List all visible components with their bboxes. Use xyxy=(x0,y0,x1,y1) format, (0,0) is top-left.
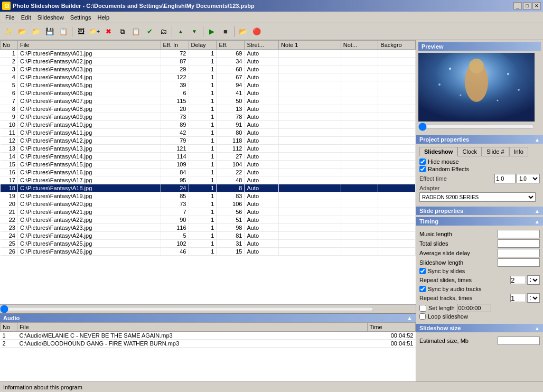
project-properties-collapse[interactable]: ▲ xyxy=(535,137,540,143)
table-row[interactable]: 17 C:\Pictures\Fantasy\A17.jpg 95 1 48 A… xyxy=(1,176,416,184)
table-row[interactable]: 11 C:\Pictures\Fantasy\A11.jpg 42 1 80 A… xyxy=(1,129,416,137)
table-row[interactable]: 16 C:\Pictures\Fantasy\A16.jpg 84 1 22 A… xyxy=(1,169,416,176)
menu-settings[interactable]: Settings xyxy=(67,13,95,22)
music-length-input[interactable] xyxy=(498,230,540,238)
minimize-button[interactable]: _ xyxy=(513,2,522,10)
tab-slideshow[interactable]: Slideshow xyxy=(419,147,457,156)
cell-note1 xyxy=(279,184,341,192)
hscroll[interactable] xyxy=(0,304,416,313)
slideshow-length-input[interactable] xyxy=(498,258,540,267)
table-row[interactable]: 20 C:\Pictures\Fantasy\A20.jpg 73 1 106 … xyxy=(1,200,416,208)
preview-slider[interactable] xyxy=(418,123,535,131)
table-row[interactable]: 12 C:\Pictures\Fantasy\A12.jpg 79 1 118 … xyxy=(1,137,416,145)
move-down-button[interactable]: ▼ xyxy=(188,25,201,38)
cell-not xyxy=(341,66,378,73)
table-row[interactable]: 26 C:\Pictures\Fantasy\A26.jpg 46 1 15 A… xyxy=(1,248,416,256)
slide-properties-collapse[interactable]: ▲ xyxy=(535,208,540,214)
repeat-tracks-select[interactable]: 1 2 3 xyxy=(527,293,540,303)
browse-button[interactable]: 🗂 xyxy=(157,25,170,38)
table-row[interactable]: 8 C:\Pictures\Fantasy\A08.jpg 20 1 13 Au… xyxy=(1,105,416,113)
cell-eff: 31 xyxy=(217,240,245,248)
tab-clock[interactable]: Clock xyxy=(457,147,482,156)
audio-row[interactable]: 1 C:\Audio\MELANIE C - NEVER BE THE SAME… xyxy=(1,332,416,340)
cell-note1 xyxy=(279,169,341,176)
tab-slide-num[interactable]: Slide # xyxy=(482,147,509,156)
effect-time-select[interactable]: 1.0 1.5 2.0 xyxy=(517,174,540,183)
table-row[interactable]: 1 C:\Pictures\Fantasy\A01.jpg 72 1 69 Au… xyxy=(1,50,416,58)
open-button[interactable]: 📁 xyxy=(30,25,42,38)
table-row[interactable]: 7 C:\Pictures\Fantasy\A07.jpg 115 1 50 A… xyxy=(1,97,416,105)
cell-eff-in: 115 xyxy=(161,97,189,105)
random-effects-checkbox[interactable] xyxy=(419,166,426,172)
slideshow-length-row: Slideshow length xyxy=(419,258,540,267)
open-folder-button[interactable]: 📂 xyxy=(16,25,29,38)
slideshow-size-collapse[interactable]: ▲ xyxy=(535,325,540,331)
estimated-size-input[interactable] xyxy=(498,337,540,345)
total-slides-label: Total slides xyxy=(419,240,448,247)
save-button[interactable]: 💾 xyxy=(43,25,56,38)
delete-button[interactable]: ✖ xyxy=(102,25,115,38)
maximize-button[interactable]: □ xyxy=(523,2,531,10)
open2-button[interactable]: 📂 xyxy=(237,25,249,38)
table-row[interactable]: 13 C:\Pictures\Fantasy\A13.jpg 121 1 112… xyxy=(1,145,416,153)
total-slides-input[interactable] xyxy=(498,239,540,248)
table-row[interactable]: 10 C:\Pictures\Fantasy\A10.jpg 89 1 91 A… xyxy=(1,121,416,129)
table-row[interactable]: 14 C:\Pictures\Fantasy\A14.jpg 114 1 27 … xyxy=(1,153,416,161)
table-row[interactable]: 4 C:\Pictures\Fantasy\A04.jpg 122 1 67 A… xyxy=(1,73,416,81)
preview-header: Preview xyxy=(418,42,541,51)
close-button[interactable]: ✕ xyxy=(532,2,541,10)
table-row[interactable]: 18 C:\Pictures\Fantasy\A18.jpg 24 1 8 Au… xyxy=(1,184,416,192)
table-row[interactable]: 21 C:\Pictures\Fantasy\A21.jpg 7 1 56 Au… xyxy=(1,208,416,216)
repeat-tracks-input[interactable] xyxy=(510,294,526,302)
copy-button[interactable]: ⧉ xyxy=(116,25,128,38)
menu-file[interactable]: File xyxy=(2,13,18,22)
sync-audio-checkbox[interactable] xyxy=(419,286,426,292)
tab-info[interactable]: Info xyxy=(509,147,528,156)
cell-no: 9 xyxy=(1,113,18,121)
table-row[interactable]: 25 C:\Pictures\Fantasy\A25.jpg 102 1 31 … xyxy=(1,240,416,248)
menu-edit[interactable]: Edit xyxy=(18,13,34,22)
move-up-button[interactable]: ▲ xyxy=(174,25,187,38)
add-files-button[interactable]: 🖼 xyxy=(74,25,87,38)
hide-mouse-checkbox[interactable] xyxy=(419,158,426,165)
table-row[interactable]: 6 C:\Pictures\Fantasy\A06.jpg 6 1 41 Aut… xyxy=(1,89,416,97)
table-row[interactable]: 24 C:\Pictures\Fantasy\A24.jpg 5 1 81 Au… xyxy=(1,232,416,240)
table-row[interactable]: 23 C:\Pictures\Fantasy\A23.jpg 116 1 98 … xyxy=(1,224,416,232)
table-row[interactable]: 19 C:\Pictures\Fantasy\A19.jpg 85 1 83 A… xyxy=(1,192,416,200)
table-row[interactable]: 3 C:\Pictures\Fantasy\A03.jpg 29 1 60 Au… xyxy=(1,66,416,73)
check-button[interactable]: ✔ xyxy=(143,25,156,38)
new-button[interactable]: ✨ xyxy=(2,25,15,38)
loop-slideshow-checkbox[interactable] xyxy=(419,313,426,320)
menu-slideshow[interactable]: Slideshow xyxy=(34,13,67,22)
menu-help[interactable]: Help xyxy=(95,13,113,22)
audio-collapse-icon[interactable]: ▲ xyxy=(407,315,413,321)
set-length-checkbox[interactable] xyxy=(419,305,426,312)
audio-row[interactable]: 2 C:\Audio\BLOODHOUND GANG - FIRE WATHER… xyxy=(1,340,416,348)
burn-button[interactable]: 🔴 xyxy=(250,25,263,38)
adapter-select[interactable]: RADEON 9200 SERIES xyxy=(419,192,536,202)
paste-button[interactable]: 📋 xyxy=(129,25,142,38)
table-row[interactable]: 15 C:\Pictures\Fantasy\A15.jpg 109 1 104… xyxy=(1,161,416,169)
stop-button[interactable]: ■ xyxy=(219,25,232,38)
sync-slides-checkbox[interactable] xyxy=(419,268,426,274)
timing-collapse[interactable]: ▲ xyxy=(535,219,540,225)
table-row[interactable]: 9 C:\Pictures\Fantasy\A09.jpg 73 1 78 Au… xyxy=(1,113,416,121)
table-row[interactable]: 2 C:\Pictures\Fantasy\A02.jpg 87 1 34 Au… xyxy=(1,58,416,66)
audio-panel: Audio ▲ No File Time 1 C:\Audio\MELANIE … xyxy=(0,313,416,381)
repeat-slides-input[interactable] xyxy=(510,276,526,284)
table-row[interactable]: 22 C:\Pictures\Fantasy\A22.jpg 90 1 51 A… xyxy=(1,216,416,224)
svg-point-7 xyxy=(497,100,499,101)
repeat-slides-select[interactable]: 2 1 3 xyxy=(527,275,540,285)
file-table-container: No File Eff. In Delay Eff. Stret... Note… xyxy=(0,40,416,304)
hscroll-bar[interactable] xyxy=(0,305,374,313)
time-value-input[interactable] xyxy=(457,304,491,312)
effect-time-input[interactable] xyxy=(494,174,516,183)
add-folder-button[interactable]: 📁+ xyxy=(88,25,101,38)
play-button[interactable]: ▶ xyxy=(205,25,218,38)
file-table-scroll[interactable]: No File Eff. In Delay Eff. Stret... Note… xyxy=(0,40,416,304)
table-row[interactable]: 5 C:\Pictures\Fantasy\A05.jpg 39 1 94 Au… xyxy=(1,81,416,89)
avg-delay-input[interactable] xyxy=(498,249,540,257)
cell-file: C:\Pictures\Fantasy\A05.jpg xyxy=(17,81,161,89)
cell-no: 21 xyxy=(1,208,18,216)
save-project-button[interactable]: 📋 xyxy=(57,25,70,38)
